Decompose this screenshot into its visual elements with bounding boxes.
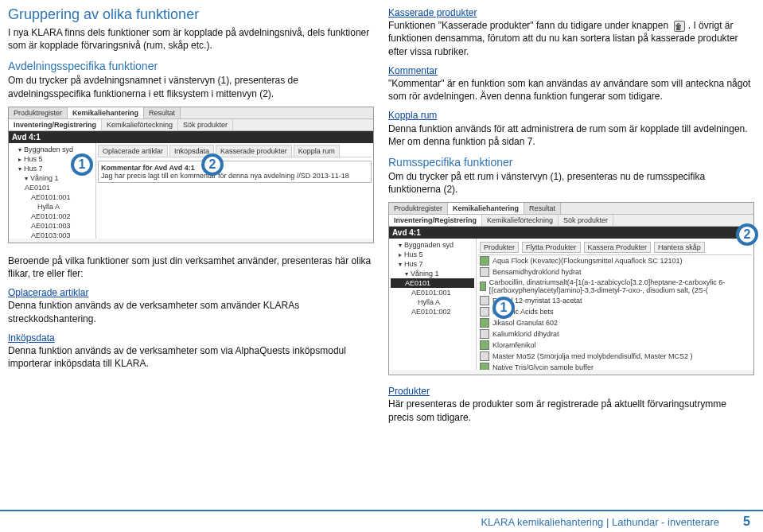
kommentar-block: Kommentar "Kommentar" är en funktion som…	[388, 64, 754, 103]
product-label: Master MoS2 (Smörjolja med molybdendisul…	[492, 352, 693, 360]
rumspec-title: Rumsspecifika funktioner	[388, 156, 754, 169]
right-panel2: Produkter Flytta Produkter Kassera Produ…	[477, 239, 753, 370]
koppla-text: Denna funktion används för att administr…	[388, 123, 748, 147]
product-icon	[480, 363, 489, 370]
avd-band2: Avd 4:1	[389, 227, 753, 239]
marker-2: 2	[201, 153, 224, 176]
inkop-block: Inköpsdata Denna funktion används av de …	[8, 332, 374, 371]
tree2-byggnaden[interactable]: Byggnaden syd	[391, 240, 474, 250]
page-number: 5	[743, 515, 750, 529]
subtab-sok[interactable]: Sök produkter	[178, 119, 233, 130]
list-item[interactable]: Kloramfenikol	[478, 340, 752, 351]
tree2-ae0101-001[interactable]: AE0101:001	[391, 288, 474, 297]
left-column: Gruppering av olika funktioner I nya KLA…	[8, 6, 374, 430]
produkter-text: Här presenteras de produkter som är regi…	[388, 398, 726, 422]
kasserade-text1: Funktionen "Kasserade produkter" fann du…	[388, 20, 668, 31]
tree-ae0101[interactable]: AE0101	[10, 183, 94, 192]
product-label: Carbocillin, dinatriumsalt(4-[1(a-1-azab…	[489, 278, 750, 294]
koppla-block: Koppla rum Denna funktion används för at…	[388, 109, 754, 148]
tab-kemikaliehantering[interactable]: Kemikaliehantering	[68, 107, 144, 118]
screenshot-room: Produktregister Kemikaliehantering Resul…	[388, 202, 754, 375]
produkter-heading[interactable]: Produkter	[388, 386, 430, 397]
tab-produktregister[interactable]: Produktregister	[9, 107, 68, 118]
right-panel: Oplacerade artiklar Inköpsdata Kasserade…	[96, 143, 373, 239]
subtab2-sok[interactable]: Sök produkter	[559, 215, 613, 226]
marker-2b: 2	[736, 223, 758, 246]
screenshot-avd: Produktregister Kemikaliehantering Resul…	[8, 107, 374, 243]
tree-hyllaa[interactable]: Hylla A	[10, 202, 94, 212]
sub-tabs: Inventering/Registrering Kemikalieförtec…	[9, 119, 373, 131]
inkop-text: Denna funktion används av de verksamhete…	[8, 345, 346, 369]
product-list: Aqua Flock (Kevatec)(Flockungsmittel Aqu…	[478, 255, 752, 370]
produkter-block: Produkter Här presenteras de produkter s…	[388, 385, 754, 424]
trash-icon	[674, 21, 685, 32]
product-label: Jikasol Granulat 602	[492, 319, 558, 327]
comment-title: Kommentar för Avd Avd 4:1	[101, 164, 195, 172]
product-label: Bensamidhydroklorid hydrat	[492, 268, 582, 276]
page-footer: KLARA kemikaliehantering | Lathundar - i…	[0, 510, 763, 532]
subtab2-forteckning[interactable]: Kemikalieförteckning	[482, 215, 559, 226]
section-title: Gruppering av olika funktioner	[8, 6, 374, 23]
top-tabs2: Produktregister Kemikaliehantering Resul…	[389, 203, 753, 215]
tree-ae0103-003[interactable]: AE0103:003	[10, 231, 94, 239]
tree2-ae0101[interactable]: AE0101	[391, 278, 474, 288]
product-label: Kloramfenikol	[492, 341, 536, 349]
avd-band: Avd 4:1	[9, 131, 373, 143]
product-icon	[480, 307, 489, 316]
koppla-heading[interactable]: Koppla rum	[388, 110, 437, 121]
list-item[interactable]: Kaliumklorid dihydrat	[478, 328, 752, 340]
list-item[interactable]: Carbocillin, dinatriumsalt(4-[1(a-1-azab…	[478, 278, 752, 295]
tree-byggnaden[interactable]: Byggnaden syd	[10, 145, 94, 154]
list-item[interactable]: Bensamidhydroklorid hydrat	[478, 266, 752, 278]
kasserade-heading[interactable]: Kasserade produkter	[388, 7, 477, 18]
kommentar-heading[interactable]: Kommentar	[388, 65, 438, 76]
tree-ae0101-001[interactable]: AE0101:001	[10, 192, 94, 202]
tree2-ae0101-002[interactable]: AE0101:002	[391, 307, 474, 316]
tree-panel2: Byggnaden syd Hus 5 Hus 7 Våning 1 AE010…	[389, 239, 477, 370]
tree2-vaning1[interactable]: Våning 1	[391, 269, 474, 278]
product-label: Aqua Flock (Kevatec)(Flockungsmittel Aqu…	[492, 257, 683, 265]
product-label: Kaliumklorid dihydrat	[492, 330, 559, 338]
oplacerade-heading[interactable]: Oplacerade artiklar	[8, 287, 88, 298]
oplacerade-block: Oplacerade artiklar Denna funktion använ…	[8, 286, 374, 325]
comment-body: Jag har precis lagt till en kommentar fö…	[101, 172, 349, 180]
btn-kassera[interactable]: Kassera Produkter	[584, 242, 652, 253]
tree2-hus5[interactable]: Hus 5	[391, 250, 474, 259]
btn-flytta[interactable]: Flytta Produkter	[522, 242, 581, 253]
prodtab-kasserade[interactable]: Kasserade produkter	[216, 145, 292, 157]
list-item[interactable]: Hippuric Acids bets	[478, 306, 752, 317]
tab2-resultat[interactable]: Resultat	[524, 203, 561, 214]
subtab2-inventering[interactable]: Inventering/Registrering	[389, 215, 482, 226]
product-icon	[480, 296, 489, 305]
list-item[interactable]: Fordol 12-myristat 13-acetat	[478, 295, 752, 306]
tree2-hyllaa[interactable]: Hylla A	[391, 297, 474, 307]
tab-resultat[interactable]: Resultat	[144, 107, 181, 118]
intro-paragraph: I nya KLARA finns dels funktioner som är…	[8, 26, 374, 52]
list-item[interactable]: Aqua Flock (Kevatec)(Flockungsmittel Aqu…	[478, 255, 752, 266]
btn-produkter[interactable]: Produkter	[480, 242, 519, 253]
product-icon	[480, 329, 489, 339]
tree2-hus7[interactable]: Hus 7	[391, 259, 474, 269]
subtab-inventering[interactable]: Inventering/Registrering	[9, 119, 102, 130]
product-icon	[480, 340, 489, 350]
btn-hantera-skap[interactable]: Hantera skåp	[654, 242, 705, 253]
inkop-heading[interactable]: Inköpsdata	[8, 332, 55, 344]
prodtab-oplacerade[interactable]: Oplacerade artiklar	[98, 145, 168, 157]
list-item[interactable]: Jikasol Granulat 602	[478, 317, 752, 328]
subtab-forteckning[interactable]: Kemikalieförteckning	[102, 119, 178, 130]
footer-text: KLARA kemikaliehantering | Lathundar - i…	[481, 516, 719, 528]
tree-ae0101-003[interactable]: AE0101:003	[10, 221, 94, 231]
list-item[interactable]: Native Tris/Glycin sample buffer	[478, 362, 752, 370]
product-icon	[480, 282, 486, 291]
right-column: Kasserade produkter Funktionen "Kasserad…	[388, 6, 754, 430]
tab2-kemikaliehantering[interactable]: Kemikaliehantering	[448, 203, 524, 214]
prodtab-koppla[interactable]: Koppla rum	[294, 145, 340, 157]
product-icon	[480, 351, 489, 361]
product-icon	[480, 267, 489, 277]
list-item[interactable]: Master MoS2 (Smörjolja med molybdendisul…	[478, 351, 752, 362]
product-label: Native Tris/Glycin sample buffer	[492, 363, 594, 370]
product-icon	[480, 318, 489, 328]
tab2-produktregister[interactable]: Produktregister	[389, 203, 448, 214]
oplacerade-text: Denna funktion används av de verksamhete…	[8, 300, 299, 324]
tree-ae0101-002[interactable]: AE0101:002	[10, 212, 94, 221]
